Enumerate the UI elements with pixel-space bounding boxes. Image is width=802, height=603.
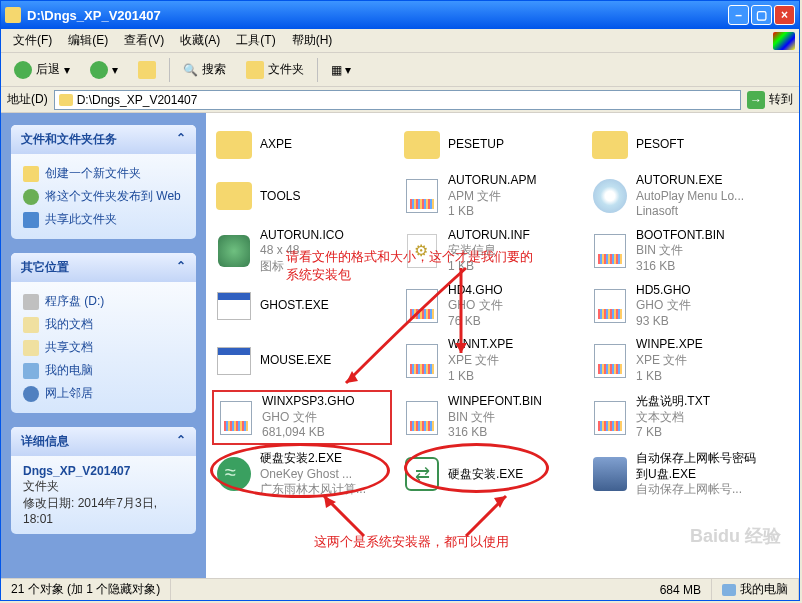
file-label: PESETUP <box>448 137 578 153</box>
file-label: AUTORUN.ICO48 x 48图标 <box>260 228 390 275</box>
views-button[interactable]: ▦ ▾ <box>324 59 358 81</box>
cd-icon <box>590 176 630 216</box>
toolbar: 后退 ▾ ▾ 🔍 搜索 文件夹 ▦ ▾ <box>1 53 799 87</box>
file-item[interactable]: MOUSE.EXE <box>212 335 392 386</box>
drive-icon <box>23 294 39 310</box>
place-drive-d[interactable]: 程序盘 (D:) <box>23 290 184 313</box>
file-item[interactable]: BOOTFONT.BINBIN 文件316 KB <box>588 226 768 277</box>
place-mycomputer[interactable]: 我的电脑 <box>23 359 184 382</box>
status-objects: 21 个对象 (加 1 个隐藏对象) <box>1 579 171 600</box>
file-item[interactable]: TOOLS <box>212 171 392 222</box>
address-label: 地址(D) <box>7 91 48 108</box>
file-item[interactable]: HD4.GHOGHO 文件76 KB <box>400 281 580 332</box>
inf-icon <box>402 231 442 271</box>
bin-icon <box>590 286 630 326</box>
exe-icon <box>214 286 254 326</box>
panel-header[interactable]: 其它位置⌃ <box>11 253 196 282</box>
file-label: WINPE.XPEXPE 文件1 KB <box>636 337 766 384</box>
file-label: WINPEFONT.BINBIN 文件316 KB <box>448 394 578 441</box>
file-label: HD4.GHOGHO 文件76 KB <box>448 283 578 330</box>
network-icon <box>23 386 39 402</box>
file-item[interactable]: PESOFT <box>588 123 768 167</box>
file-item[interactable]: 自动保存上网帐号密码到U盘.EXE自动保存上网帐号... <box>588 449 768 500</box>
menu-fav[interactable]: 收藏(A) <box>172 30 228 51</box>
file-item[interactable]: AUTORUN.INF安装信息1 KB <box>400 226 580 277</box>
file-item[interactable]: AXPE <box>212 123 392 167</box>
file-label: AUTORUN.EXEAutoPlay Menu Lo...Linasoft <box>636 173 766 220</box>
docs-icon <box>23 340 39 356</box>
menu-file[interactable]: 文件(F) <box>5 30 60 51</box>
file-item[interactable]: AUTORUN.EXEAutoPlay Menu Lo...Linasoft <box>588 171 768 222</box>
file-item[interactable]: HD5.GHOGHO 文件93 KB <box>588 281 768 332</box>
go-icon: → <box>747 91 765 109</box>
place-label: 网上邻居 <box>45 385 93 402</box>
task-new-folder[interactable]: 创建一个新文件夹 <box>23 162 184 185</box>
file-item[interactable]: WINPE.XPEXPE 文件1 KB <box>588 335 768 386</box>
go-button[interactable]: →转到 <box>747 91 793 109</box>
close-button[interactable]: × <box>774 5 795 25</box>
bin-icon <box>590 341 630 381</box>
back-button[interactable]: 后退 ▾ <box>7 57 77 83</box>
place-mydocs[interactable]: 我的文档 <box>23 313 184 336</box>
menu-help[interactable]: 帮助(H) <box>284 30 341 51</box>
file-item[interactable]: 硬盘安装2.EXEOneKey Ghost ...广东雨林木风计算... <box>212 449 392 500</box>
file-item[interactable]: WINPEFONT.BINBIN 文件316 KB <box>400 390 580 445</box>
file-item[interactable]: ⇄硬盘安装.EXE <box>400 449 580 500</box>
computer-icon <box>722 584 736 596</box>
address-input[interactable]: D:\Dngs_XP_V201407 <box>54 90 741 110</box>
up-button[interactable] <box>131 57 163 83</box>
file-pane[interactable]: AXPEPESETUPPESOFTTOOLSAUTORUN.APMAPM 文件1… <box>206 113 799 578</box>
folder-icon <box>5 7 21 23</box>
details-modified: 修改日期: 2014年7月3日, 18:01 <box>23 496 157 526</box>
place-label: 我的电脑 <box>45 362 93 379</box>
folder-icon <box>590 125 630 165</box>
details-title: 详细信息 <box>21 433 69 450</box>
bin-icon <box>402 398 442 438</box>
go-label: 转到 <box>769 91 793 108</box>
folder-icon <box>214 176 254 216</box>
separator <box>169 58 170 82</box>
collapse-icon: ⌃ <box>176 259 186 276</box>
forward-button[interactable]: ▾ <box>83 57 125 83</box>
task-share[interactable]: 共享此文件夹 <box>23 208 184 231</box>
file-item[interactable]: GHOST.EXE <box>212 281 392 332</box>
place-shared[interactable]: 共享文档 <box>23 336 184 359</box>
details-panel: 详细信息⌃ Dngs_XP_V201407 文件夹 修改日期: 2014年7月3… <box>11 427 196 534</box>
status-location: 我的电脑 <box>712 579 799 600</box>
minimize-button[interactable]: – <box>728 5 749 25</box>
menu-view[interactable]: 查看(V) <box>116 30 172 51</box>
file-item[interactable]: AUTORUN.ICO48 x 48图标 <box>212 226 392 277</box>
panel-header[interactable]: 文件和文件夹任务⌃ <box>11 125 196 154</box>
task-label: 创建一个新文件夹 <box>45 165 141 182</box>
search-button[interactable]: 🔍 搜索 <box>176 57 233 82</box>
file-item[interactable]: 光盘说明.TXT文本文档7 KB <box>588 390 768 445</box>
computer-icon <box>23 363 39 379</box>
back-icon <box>14 61 32 79</box>
file-item[interactable]: WINNT.XPEXPE 文件1 KB <box>400 335 580 386</box>
menu-edit[interactable]: 编辑(E) <box>60 30 116 51</box>
place-label: 我的文档 <box>45 316 93 333</box>
bin-icon <box>216 398 256 438</box>
file-label: 自动保存上网帐号密码到U盘.EXE自动保存上网帐号... <box>636 451 766 498</box>
file-item[interactable]: WINXPSP3.GHOGHO 文件681,094 KB <box>212 390 392 445</box>
menubar: 文件(F) 编辑(E) 查看(V) 收藏(A) 工具(T) 帮助(H) <box>1 29 799 53</box>
details-name: Dngs_XP_V201407 <box>23 464 130 478</box>
net-icon <box>590 454 630 494</box>
menu-tools[interactable]: 工具(T) <box>228 30 283 51</box>
docs-icon <box>23 317 39 333</box>
panel-header[interactable]: 详细信息⌃ <box>11 427 196 456</box>
file-item[interactable]: AUTORUN.APMAPM 文件1 KB <box>400 171 580 222</box>
file-label: 硬盘安装2.EXEOneKey Ghost ...广东雨林木风计算... <box>260 451 390 498</box>
task-publish[interactable]: 将这个文件夹发布到 Web <box>23 185 184 208</box>
file-label: HD5.GHOGHO 文件93 KB <box>636 283 766 330</box>
folders-button[interactable]: 文件夹 <box>239 57 311 83</box>
up-icon <box>138 61 156 79</box>
file-label: AUTORUN.INF安装信息1 KB <box>448 228 578 275</box>
titlebar[interactable]: D:\Dngs_XP_V201407 – ▢ × <box>1 1 799 29</box>
sync-icon: ⇄ <box>402 454 442 494</box>
place-network[interactable]: 网上邻居 <box>23 382 184 405</box>
places-title: 其它位置 <box>21 259 69 276</box>
folder-icon <box>402 125 442 165</box>
maximize-button[interactable]: ▢ <box>751 5 772 25</box>
file-item[interactable]: PESETUP <box>400 123 580 167</box>
